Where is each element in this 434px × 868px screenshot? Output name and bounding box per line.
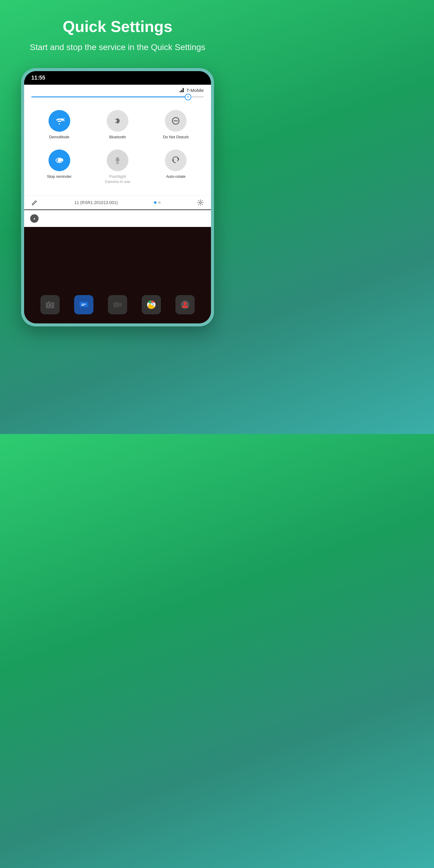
brightness-right-track — [192, 96, 204, 97]
svg-rect-20 — [82, 304, 86, 304]
dock — [24, 289, 211, 323]
svg-text:●: ● — [33, 217, 35, 220]
tile-auto-rotate[interactable]: Auto-rotate — [147, 145, 205, 189]
dot-active — [154, 201, 156, 204]
svg-rect-9 — [116, 157, 119, 158]
brightness-row[interactable] — [24, 94, 211, 102]
flashlight-icon-circle — [107, 150, 128, 171]
svg-rect-8 — [60, 158, 63, 161]
stop-reminder-icon-circle — [49, 150, 70, 171]
settings-icon[interactable] — [197, 199, 204, 206]
carrier-name: T-Mobile — [186, 88, 204, 93]
bottom-bar: 11 (RSR1.201013.001) — [24, 195, 211, 210]
video-icon — [113, 300, 122, 310]
tiles-grid: DemoMode Bluetooth — [24, 102, 211, 195]
page-title: Quick Settings — [30, 18, 205, 35]
demo-mode-label: DemoMode — [49, 135, 69, 140]
version-text: 11 (RSR1.201013.001) — [74, 200, 118, 205]
svg-marker-0 — [180, 91, 181, 92]
svg-point-17 — [49, 304, 51, 307]
quick-settings-panel: T-Mobile — [24, 85, 211, 210]
svg-point-11 — [117, 161, 118, 163]
header-section: Quick Settings Start and stop the servic… — [12, 0, 223, 62]
dnd-icon-circle — [165, 110, 187, 132]
edit-icon[interactable] — [31, 199, 38, 206]
wifi-x-icon — [54, 116, 65, 126]
svg-rect-21 — [82, 305, 84, 306]
rotate-icon — [170, 155, 181, 166]
camera-icon — [45, 300, 55, 310]
dock-app-messages[interactable] — [74, 295, 93, 314]
status-bar: 11:55 — [24, 71, 211, 85]
svg-rect-22 — [113, 302, 119, 307]
bluetooth-icon-circle — [107, 110, 128, 132]
notif-icon: ● — [30, 214, 38, 223]
eye-camera-icon — [54, 155, 65, 166]
tile-demo-mode[interactable]: DemoMode — [30, 105, 88, 145]
clock: 11:55 — [31, 75, 45, 81]
dnd-label: Do Not Disturb — [163, 135, 189, 140]
bluetooth-icon — [112, 116, 123, 126]
phone-screen: 11:55 T-Mobile — [24, 71, 211, 323]
svg-marker-1 — [181, 90, 182, 92]
phone-mockup: 11:55 T-Mobile — [21, 68, 214, 327]
brightness-thumb[interactable] — [185, 94, 191, 100]
minus-circle-icon — [170, 116, 181, 126]
svg-point-26 — [184, 302, 187, 305]
messages-icon — [79, 300, 89, 310]
svg-point-12 — [199, 202, 201, 204]
tile-stop-reminder[interactable]: Stop reminder — [30, 145, 88, 189]
flashlight-icon — [112, 155, 123, 166]
brightness-track[interactable] — [31, 96, 188, 97]
dock-app-contacts[interactable] — [176, 295, 195, 314]
signal-icon — [180, 88, 184, 93]
home-screen — [24, 227, 211, 323]
dock-app-chrome[interactable] — [142, 295, 161, 314]
svg-rect-18 — [48, 301, 50, 302]
notif-icon-inner: ● — [32, 216, 37, 221]
tile-flashlight[interactable]: FlashlightCamera in use — [88, 145, 147, 189]
svg-marker-2 — [183, 88, 184, 92]
tile-bluetooth[interactable]: Bluetooth — [88, 105, 147, 145]
tile-do-not-disturb[interactable]: Do Not Disturb — [147, 105, 205, 145]
dock-app-camera[interactable] — [40, 295, 60, 314]
demo-mode-icon-circle — [49, 110, 70, 132]
page-dots — [154, 201, 161, 204]
carrier-row: T-Mobile — [24, 85, 211, 94]
page-subtitle: Start and stop the service in the Quick … — [30, 41, 205, 53]
notification-bar: ● — [24, 210, 211, 227]
stop-reminder-label: Stop reminder — [47, 174, 72, 179]
auto-rotate-icon-circle — [165, 150, 187, 171]
bluetooth-label: Bluetooth — [110, 135, 126, 140]
auto-rotate-label: Auto-rotate — [166, 174, 185, 179]
chrome-icon — [147, 300, 156, 310]
contacts-icon — [180, 300, 190, 310]
dock-app-video[interactable] — [108, 295, 127, 314]
dot-inactive — [158, 201, 161, 204]
flashlight-label: FlashlightCamera in use — [105, 174, 130, 184]
